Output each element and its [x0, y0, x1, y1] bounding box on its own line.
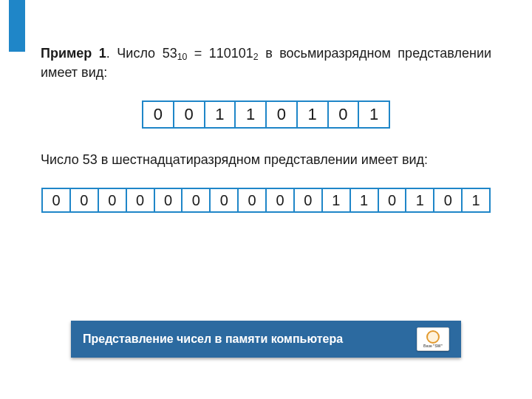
p1-dec: 53	[163, 46, 177, 61]
bit-cell: 0	[142, 100, 174, 129]
bit-cell: 0	[127, 188, 155, 213]
p1-eq: =	[187, 46, 209, 61]
footer-title: Представление чисел в памяти компьютера	[83, 332, 343, 346]
bit-cell: 0	[99, 188, 127, 213]
bit-cell: 0	[41, 188, 71, 213]
bit-cell: 0	[434, 188, 463, 213]
source-badge: Базе "SW"	[417, 327, 449, 351]
bit-cell: 1	[406, 188, 434, 213]
bit-cell: 0	[174, 100, 205, 129]
bit-cell: 0	[379, 188, 407, 213]
bit-cell: 0	[239, 188, 267, 213]
bit-cell: 0	[267, 188, 295, 213]
bit-cell: 1	[463, 188, 491, 213]
bit-cell: 0	[295, 188, 323, 213]
bit-cell: 0	[267, 100, 298, 129]
slide-content: Пример 1. Число 5310 = 1101012 в восьмир…	[41, 44, 491, 235]
bit-cell: 0	[155, 188, 183, 213]
p1-bin-base: 2	[253, 52, 259, 62]
bits-8-row: 0 0 1 1 0 1 0 1	[142, 100, 390, 129]
bit-cell: 0	[329, 100, 360, 129]
paragraph-16bit: Число 53 в шестнадцатиразрядном представ…	[41, 151, 491, 168]
p1-sep: . Число	[106, 46, 163, 61]
bit-cell: 1	[236, 100, 267, 129]
bit-cell: 1	[351, 188, 379, 213]
bit-cell: 0	[71, 188, 99, 213]
example-label: Пример 1	[41, 46, 106, 61]
footer-bar: Представление чисел в памяти компьютера …	[71, 321, 461, 358]
bit-cell: 0	[211, 188, 239, 213]
badge-text: Базе "SW"	[423, 344, 443, 348]
badge-icon	[426, 330, 440, 344]
bit-cell: 1	[205, 100, 236, 129]
p1-bin: 110101	[209, 46, 253, 61]
bit-cell: 1	[359, 100, 390, 129]
bit-cell: 1	[298, 100, 329, 129]
bits-16-row: 0 0 0 0 0 0 0 0 0 0 1 1 0 1 0 1	[41, 188, 491, 213]
bit-cell: 0	[183, 188, 211, 213]
p1-dec-base: 10	[177, 52, 188, 62]
bit-cell: 1	[323, 188, 351, 213]
accent-stripe	[9, 0, 25, 52]
example-1-text: Пример 1. Число 5310 = 1101012 в восьмир…	[41, 44, 491, 81]
